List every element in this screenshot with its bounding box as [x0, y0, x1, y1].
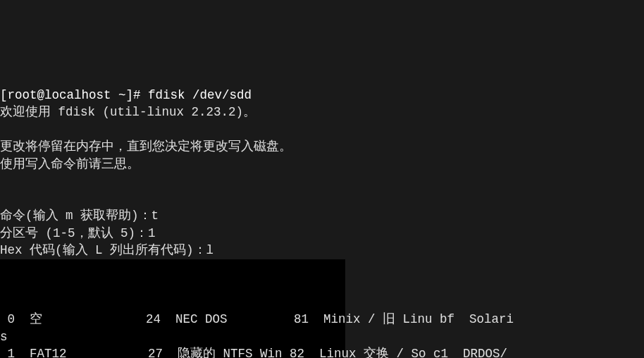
- welcome-line: 欢迎使用 fdisk (util-linux 2.23.2)。: [0, 105, 256, 119]
- table-rows: 0 空 24 NEC DOS 81 Minix / 旧 Linu bf Sola…: [0, 294, 644, 359]
- hex-prompt: Hex 代码(输入 L 列出所有代码)：l: [0, 243, 213, 257]
- partition-type-table: 0 空 24 NEC DOS 81 Minix / 旧 Linu bf Sola…: [0, 259, 644, 359]
- warning-line-2: 使用写入命令前请三思。: [0, 157, 140, 171]
- partition-prompt: 分区号 (1-5，默认 5)：1: [0, 226, 156, 240]
- terminal-output[interactable]: [root@localhost ~]# fdisk /dev/sdd 欢迎使用 …: [0, 69, 644, 358]
- command-input: fdisk /dev/sdd: [148, 88, 252, 102]
- shell-prompt: [root@localhost ~]#: [0, 88, 148, 102]
- warning-line-1: 更改将停留在内存中，直到您决定将更改写入磁盘。: [0, 140, 292, 154]
- command-prompt-t: 命令(输入 m 获取帮助)：t: [0, 209, 159, 223]
